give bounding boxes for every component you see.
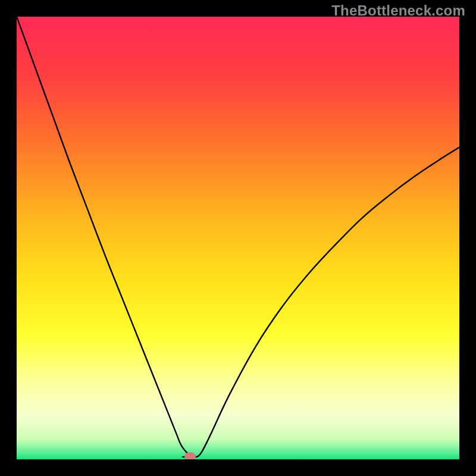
gradient-background <box>17 17 459 459</box>
plot-area <box>17 17 459 459</box>
watermark-text: TheBottleneck.com <box>331 2 465 19</box>
chart-frame: TheBottleneck.com <box>0 0 476 476</box>
plot-svg <box>17 17 459 459</box>
